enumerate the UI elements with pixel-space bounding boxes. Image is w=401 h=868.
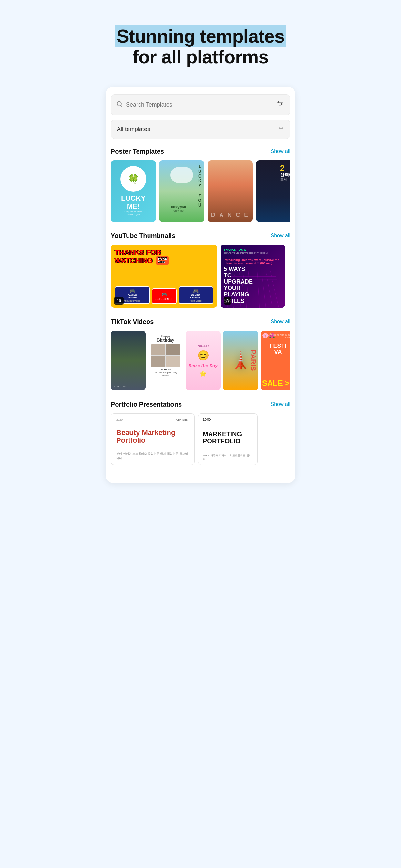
poster-grid: 🍀 LUCKYME! May the fortunebe with you lu… [111,160,290,222]
tiktok-videos-section: TikTok Videos Show all 2024.01.04 HappyB… [111,318,290,391]
tiktok-card-5[interactable]: 🌸🌺 FESTIVA SALE >> Choose to win summer … [260,331,290,391]
poster-2-text: lucky you only me [162,206,195,212]
port1-subtitle: 뷰티 마케팅 포트폴리오 졸업논문 학과 졸업논문 학교입니다 [116,452,189,460]
template-category-dropdown[interactable]: All templates [111,120,290,139]
poster-4-korean-text: 2 산책에서 독서 [280,164,290,182]
poster-2-cloud [171,167,193,183]
svg-point-6 [281,103,282,104]
poster-card-1[interactable]: 🍀 LUCKYME! May the fortunebe with you [111,160,156,222]
svg-line-1 [121,105,122,106]
port2-subtitle: 20XX. 아무개 디자이너의 포트폴리오 입니다. [203,454,253,461]
tt1-date: 2024.01.04 [113,385,126,388]
yt2-header-text: THANKS FOR WShare your strategies in the… [224,248,282,254]
filter-button[interactable] [275,99,285,111]
tt2-bottom-text: 2r. 09.05To: The Happiest Day Today! [151,368,181,377]
tiktok-grid: 2024.01.04 HappyBirthday 2r. 09.05To: Th… [111,331,290,391]
yt1-more-vids: MOREVIDS [156,256,168,265]
portfolio-card-2[interactable]: 20XX MARKETINGPORTFOLIO 20XX. 아무개 디자이너의 … [198,413,258,465]
yt1-panel-next: 🎮 GAMING CHANNEL NEXT VIDEO [179,286,214,304]
chevron-down-icon [278,125,284,133]
yt1-header: THANKS FORWATCHING MOREVIDS [115,249,213,265]
poster-1-title: LUCKYME! [121,194,146,210]
tt5-festival-text: FESTIVA [270,343,286,356]
tt5-top-text: Choose to win summer clothing [260,333,290,339]
portfolio-section-header: Portfolio Presentations Show all [111,401,290,408]
youtube-grid: THANKS FORWATCHING MOREVIDS 🎮 GAMING CHA… [111,245,290,308]
poster-templates-section: Poster Templates Show all 🍀 LUCKYME! May… [111,148,290,222]
youtube-section-title: YouTube Thumbnails [111,232,175,240]
tt3-smiley-icon: 😊 [197,350,209,361]
poster-card-2[interactable]: lucky you only me LUCKY YOU [159,160,204,222]
port2-year: 20XX [203,417,253,422]
youtube-card-1[interactable]: THANKS FORWATCHING MOREVIDS 🎮 GAMING CHA… [111,245,217,308]
portfolio-presentations-section: Portfolio Presentations Show all 2020 KI… [111,401,290,465]
yt2-main-title: 5 WAYSTOUPGRADEYOURPLAYINGSKILLS [224,266,282,305]
tiktok-card-3[interactable]: NIGER 😊 Seize the Day ⭐ [186,331,220,391]
youtube-section-header: YouTube Thumbnails Show all [111,232,290,240]
tt2-title: HappyBirthday [151,334,181,343]
yt1-count-badge: 10 [114,297,124,305]
port1-year: 2020 [116,418,123,422]
tiktok-card-1[interactable]: 2024.01.04 [111,331,146,391]
tiktok-card-4[interactable]: 🗼 PARIS [223,331,258,391]
tt1-bg [111,331,146,391]
tiktok-section-header: TikTok Videos Show all [111,318,290,326]
tt4-side-text: PARIS [250,350,257,371]
tiktok-card-2[interactable]: HappyBirthday 2r. 09.05To: The Happiest … [148,331,183,391]
tiktok-section-title: TikTok Videos [111,318,154,326]
yt1-title: THANKS FORWATCHING MOREVIDS [115,249,213,265]
tt3-star-icon: ⭐ [199,370,207,377]
tt2-photo-grid [151,344,181,367]
poster-card-4[interactable]: 2 산책에서 독서 [256,160,290,222]
poster-2-side-text: LUCKY YOU [197,164,203,207]
tt3-top-label: NIGER [197,344,209,348]
main-card: All templates Poster Templates Show all … [105,87,296,483]
poster-card-3[interactable]: D A N C E [208,160,253,222]
tt4-eiffel-icon: 🗼 [230,351,251,370]
yt2-count-badge: 8 [224,297,231,305]
youtube-card-2[interactable]: THANKS FOR WShare your strategies in the… [220,245,285,308]
tiktok-show-all-button[interactable]: Show all [271,319,290,324]
search-bar[interactable] [111,94,290,115]
youtube-thumbnails-section: YouTube Thumbnails Show all THANKS FORWA… [111,232,290,308]
port1-author: KIM MIRI [176,418,189,422]
hero-title: Stunning templatesfor all platforms [113,26,288,67]
poster-section-title: Poster Templates [111,148,164,155]
portfolio-grid: 2020 KIM MIRI Beauty MarketingPortfolio … [111,413,290,465]
tt5-sale-text: SALE >> [262,379,290,388]
hero-section: Stunning templatesfor all platforms [100,0,301,80]
svg-point-5 [278,101,279,103]
yt1-subscribe: 🎮 SUBSCRIBE [152,288,177,304]
poster-clover-icon: 🍀 [120,166,146,192]
youtube-show-all-button[interactable]: Show all [271,233,290,239]
yt1-bottom: 🎮 GAMING CHANNEL PREVIOUS VIDEO 🎮 SUBSCR… [115,286,213,304]
search-input[interactable] [126,101,275,108]
portfolio-card-1[interactable]: 2020 KIM MIRI Beauty MarketingPortfolio … [111,413,195,465]
dropdown-selected: All templates [117,126,150,133]
port2-main-title: MARKETINGPORTFOLIO [203,430,253,445]
poster-3-text: D A N C E [211,212,250,219]
poster-1-subtitle: May the fortunebe with you [124,210,143,216]
portfolio-section-title: Portfolio Presentations [111,401,182,408]
portfolio-show-all-button[interactable]: Show all [271,401,290,407]
poster-section-header: Poster Templates Show all [111,148,290,155]
port1-main-title: Beauty MarketingPortfolio [116,429,189,444]
search-icon [116,101,123,109]
tt3-main-text: Seize the Day [189,363,218,368]
port1-header: 2020 KIM MIRI [116,418,189,422]
poster-show-all-button[interactable]: Show all [271,149,290,154]
